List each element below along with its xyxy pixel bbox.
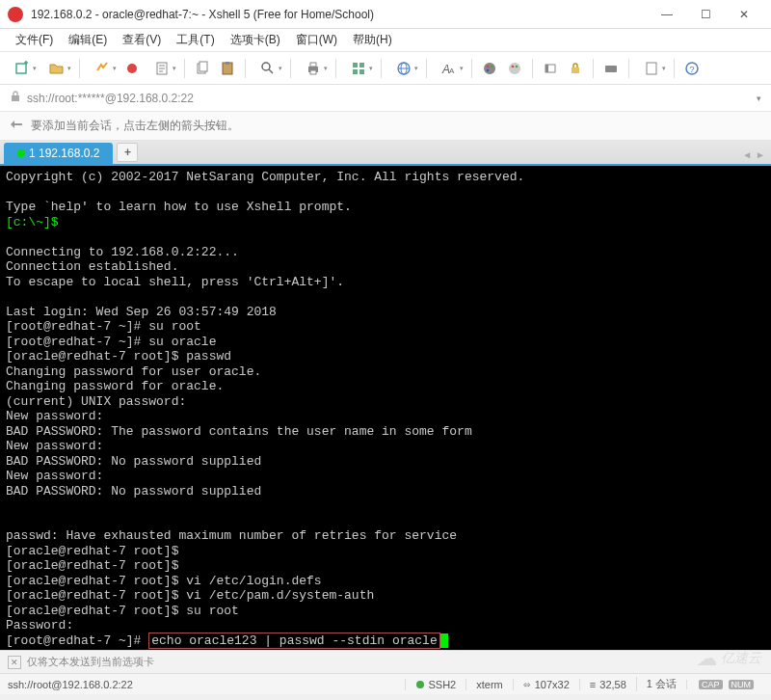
hintbar: 要添加当前会话，点击左侧的箭头按钮。 [0,112,771,141]
close-button[interactable]: ✕ [725,1,763,28]
script-button[interactable]: ▾ [635,57,668,80]
svg-point-23 [516,65,518,67]
svg-rect-31 [12,95,19,101]
svg-point-32 [416,681,424,688]
svg-point-22 [512,65,515,67]
svg-rect-27 [605,66,617,72]
status-term: xterm [465,679,513,690]
address-text[interactable]: ssh://root:******@192.168.0.2:22 [27,92,194,105]
titlebar: 192.168.0.2 - oracle@redhat-7:~ - Xshell… [0,0,771,29]
open-session-button[interactable]: ▾ [40,57,73,80]
svg-rect-14 [359,69,364,74]
paste-button[interactable] [216,57,239,80]
new-session-button[interactable]: ▾ [6,57,39,80]
app-icon [8,7,23,22]
svg-rect-9 [310,63,316,67]
hint-icon[interactable] [10,118,23,134]
status-ssh: SSH2 [405,679,466,690]
color-scheme2-button[interactable] [503,57,526,80]
svg-rect-26 [572,67,579,73]
tab-nav: ◄ ► [742,149,765,160]
add-tab-button[interactable]: + [117,143,138,162]
svg-point-21 [487,68,490,71]
svg-point-20 [491,65,493,67]
infobar-text: 仅将文本发送到当前选项卡 [27,655,154,669]
svg-text:?: ? [690,65,695,74]
lock-icon [10,91,21,105]
connection-status-icon [17,149,25,157]
svg-rect-4 [199,62,207,71]
keyboard-button[interactable] [599,57,623,80]
font-button[interactable]: AA▾ [433,57,465,80]
minimize-button[interactable]: — [648,1,686,28]
lock-button[interactable] [564,57,587,80]
svg-rect-0 [16,64,26,73]
menu-tools[interactable]: 工具(T) [169,30,222,50]
statusbar: ssh://root@192.168.0.2:22 SSH2 xterm ⬄ 1… [0,673,771,694]
separator [426,59,427,78]
svg-text:A: A [449,67,455,75]
svg-rect-12 [359,63,364,67]
menu-edit[interactable]: 编辑(E) [61,30,115,50]
status-size: ⬄ 107x32 [513,679,579,690]
menubar: 文件(F) 编辑(E) 查看(V) 工具(T) 选项卡(B) 窗口(W) 帮助(… [0,29,771,52]
watermark-text: 亿速云 [721,650,761,667]
window-controls: — ☐ ✕ [648,1,763,28]
separator [674,59,675,78]
status-pos: ≡ 32,58 [579,679,636,690]
reconnect-button[interactable]: ▾ [86,57,119,80]
tabbar: 1 192.168.0.2 + ◄ ► [0,141,771,166]
separator [628,59,629,78]
layout-button[interactable]: ▾ [342,57,375,80]
status-sessions: 1 会话 [636,677,686,691]
svg-rect-28 [647,63,656,74]
tab-next-button[interactable]: ► [756,149,765,160]
tab-label: 1 192.168.0.2 [29,147,99,160]
menu-file[interactable]: 文件(F) [8,30,61,50]
svg-rect-10 [310,70,316,74]
menu-tab[interactable]: 选项卡(B) [223,30,288,50]
separator [471,59,472,78]
svg-rect-11 [353,63,358,67]
separator [79,59,80,78]
svg-point-1 [127,64,137,73]
help-button[interactable]: ? [680,57,704,80]
session-tab[interactable]: 1 192.168.0.2 [4,143,113,164]
watermark: ☁ 亿速云 [696,646,761,671]
svg-rect-6 [226,62,229,65]
toolbar: ▾ ▾ ▾ ▾ ▾ ▾ ▾ ▾ AA▾ ▾ ? [0,52,771,85]
hint-text: 要添加当前会话，点击左侧的箭头按钮。 [31,118,239,134]
menu-window[interactable]: 窗口(W) [288,30,345,50]
separator [381,59,382,78]
properties-button[interactable]: ▾ [146,57,178,80]
separator [290,59,291,78]
maximize-button[interactable]: ☐ [686,1,725,28]
separator [245,59,246,78]
svg-rect-13 [353,69,358,74]
toggle1-button[interactable] [539,57,562,80]
print-button[interactable]: ▾ [297,57,330,80]
status-caps: CAPNUM [686,680,763,689]
status-connection: ssh://root@192.168.0.2:22 [8,679,405,690]
separator [593,59,594,78]
separator [532,59,533,78]
color-scheme-button[interactable] [478,57,501,80]
terminal[interactable]: Copyright (c) 2002-2017 NetSarang Comput… [0,166,771,650]
infobar-close-button[interactable]: ✕ [8,656,21,669]
copy-button[interactable] [191,57,214,80]
menu-view[interactable]: 查看(V) [115,30,169,50]
svg-rect-25 [545,65,548,72]
svg-point-19 [487,65,490,67]
tab-prev-button[interactable]: ◄ [742,149,752,160]
addressbar: ssh://root:******@192.168.0.2:22 ▾ [0,85,771,112]
separator [335,59,336,78]
svg-point-7 [262,63,270,70]
cloud-icon: ☁ [696,646,717,671]
infobar: ✕ 仅将文本发送到当前选项卡 [0,650,771,673]
find-button[interactable]: ▾ [252,57,284,80]
menu-help[interactable]: 帮助(H) [345,30,400,50]
window-title: 192.168.0.2 - oracle@redhat-7:~ - Xshell… [31,8,648,21]
encoding-button[interactable]: ▾ [387,57,420,80]
disconnect-button[interactable] [120,57,144,80]
address-dropdown[interactable]: ▾ [757,94,761,103]
